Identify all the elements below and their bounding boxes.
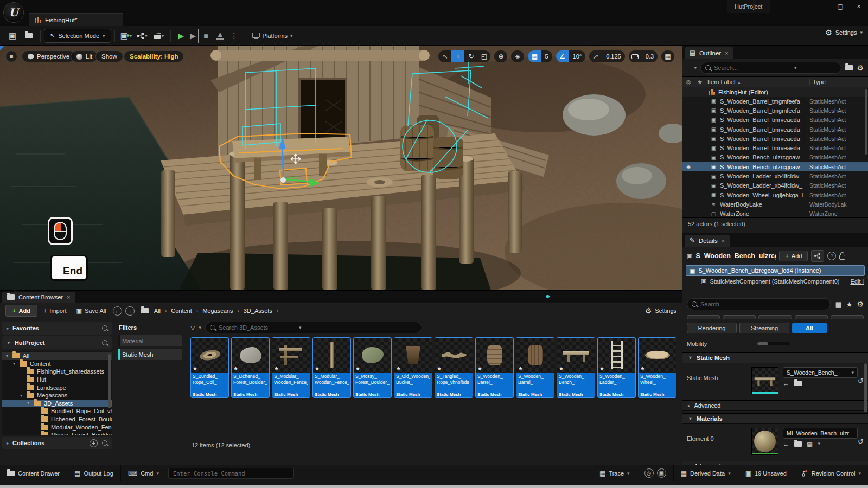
folder-tree-item[interactable]: Mossy_Forest_Boulder_wj	[2, 431, 112, 435]
asset-tile[interactable]: ★ S_Wooden_ Ladder_ Static Mesh	[597, 337, 636, 398]
close-icon[interactable]: ×	[67, 294, 70, 300]
asset-tile[interactable]: ★ S_Wooden_ Wheel_ Static Mesh	[638, 337, 676, 398]
rotation-snap-toggle[interactable]: ∠	[556, 50, 569, 62]
filter-chip[interactable]: Static Mesh	[118, 349, 182, 360]
add-actor-button[interactable]: ▣+▾	[118, 29, 135, 43]
breadcrumb-item[interactable]: Megascans	[202, 307, 233, 314]
project-section[interactable]: ▼ HutProject	[2, 336, 112, 349]
asset-tile[interactable]: ★ S_Tangled_ Rope_vhnofbds Static Mesh	[435, 337, 473, 398]
outliner-row[interactable]: ◉ ▣ S_Wooden_Ladder_xb4ifcldw_ StaticMes…	[682, 171, 868, 181]
outliner-filter-icon[interactable]: ≡	[687, 65, 690, 71]
tab-fishinghut[interactable]: FishingHut*	[29, 13, 123, 26]
perspective-dropdown[interactable]: Perspective	[22, 50, 75, 62]
editor-settings-dropdown[interactable]: ⚙ Settings ▾	[825, 28, 863, 37]
folder-tree-item[interactable]: Landscape	[2, 383, 112, 391]
platforms-dropdown[interactable]: Platforms ▾	[248, 33, 296, 39]
display-options-icon[interactable]: ▦	[835, 301, 841, 308]
category-chip[interactable]: Rendering	[687, 323, 737, 333]
outliner-row[interactable]: ◉ ▣ S_Wooden_Bench_ulzrcgoaw StaticMeshA…	[682, 153, 868, 162]
minimize-button[interactable]: –	[813, 0, 831, 13]
cmd-dropdown[interactable]: ⌨ Cmd ▾	[121, 465, 166, 481]
outliner-row[interactable]: ◉ ≈ WaterBodyLake WaterBodyLak	[682, 200, 868, 209]
back-button[interactable]: ←	[113, 306, 122, 316]
instance-row[interactable]: ▣ S_Wooden_Bench_ulzrcgoaw_lod4 (Instanc…	[686, 265, 865, 276]
static-mesh-dropdown[interactable]: S_Wooden_Bench_▾	[783, 367, 858, 378]
import-button[interactable]: ↓ Import	[41, 307, 70, 314]
category-chip[interactable]	[795, 315, 828, 319]
asset-tile[interactable]: ★ S_Old_Wooden_ Bucket_ Static Mesh	[394, 337, 432, 398]
unsaved-button[interactable]: ▣ 19 Unsaved	[738, 465, 794, 481]
folder-tree-item[interactable]: FishingHut_sharedassets	[2, 368, 112, 376]
details-settings-icon[interactable]: ⚙	[857, 300, 864, 309]
content-browser-icon[interactable]	[21, 29, 37, 43]
eye-icon[interactable]: ◉	[682, 164, 694, 170]
search-icon[interactable]	[102, 325, 107, 331]
grid-snap-value[interactable]: 5	[541, 53, 552, 60]
reset-property-icon[interactable]: ↺	[858, 438, 864, 446]
stop-button[interactable]: ■	[199, 29, 213, 43]
outliner-search[interactable]: ▾	[700, 62, 841, 74]
advanced-toggle-1[interactable]: ▸Advanced	[682, 400, 868, 411]
screen-percentage-icon[interactable]	[629, 50, 642, 62]
category-chip[interactable]	[687, 315, 720, 319]
camera-speed-icon[interactable]: ↗	[589, 50, 602, 62]
world-space-toggle[interactable]: ⊕	[494, 50, 507, 62]
texture-options-icon[interactable]: ▩	[807, 441, 813, 447]
asset-tile[interactable]: ★ S_Bundled_ Rope_Coil_ Static Mesh	[190, 337, 229, 398]
new-folder-icon[interactable]	[845, 65, 853, 70]
outliner-row[interactable]: ◉ ▣ S_Wooden_Ladder_xb4ifcldw_ StaticMes…	[682, 181, 868, 190]
frame-skip-button[interactable]: ▶	[188, 29, 199, 43]
asset-tile[interactable]: ★ S_Wooden_ Barrel_ Static Mesh	[516, 337, 554, 398]
use-selected-icon[interactable]: ←	[783, 380, 789, 387]
mobility-option[interactable]	[768, 342, 779, 345]
favorites-section[interactable]: ▸ Favorites	[2, 322, 112, 335]
lock-icon[interactable]	[839, 255, 845, 260]
menu-item[interactable]	[106, 0, 119, 13]
collections-section[interactable]: ▸ Collections +	[2, 437, 112, 449]
folder-tree-item[interactable]: Modular_Wooden_Fence_x	[2, 423, 112, 431]
tab-content-browser[interactable]: Content Browser ×	[2, 292, 75, 303]
eject-button[interactable]: ▲	[213, 29, 227, 43]
filter-funnel-icon[interactable]: ▽	[190, 325, 195, 331]
grid-snap-toggle[interactable]: ▦	[528, 50, 541, 62]
asset-tile[interactable]: ★ S_Modular_ Wooden_Fence_ Static Mesh	[312, 337, 351, 398]
add-collection-icon[interactable]: +	[90, 439, 98, 447]
asset-search[interactable]: ▾	[205, 322, 422, 333]
category-chip[interactable]: Streaming	[739, 323, 789, 333]
tab-details[interactable]: ✎ Details ×	[685, 235, 730, 247]
add-component-button[interactable]: +Add	[779, 251, 808, 261]
console-input[interactable]	[173, 470, 289, 477]
play-options-kebab[interactable]: ⋮	[227, 29, 241, 43]
folder-tree-item[interactable]: ▾ Megascans	[2, 391, 112, 400]
folder-tree-item[interactable]: ▾ All	[2, 352, 112, 360]
menu-item[interactable]	[119, 0, 132, 13]
output-log-button[interactable]: ▤ Output Log	[67, 465, 121, 481]
menu-item[interactable]	[93, 0, 106, 13]
menu-item[interactable]	[67, 0, 80, 13]
category-chip[interactable]	[831, 315, 864, 319]
scale-tool[interactable]: ◰	[477, 50, 490, 62]
tab-outliner[interactable]: ▤ Outliner ×	[685, 47, 733, 59]
tree-scrollbar[interactable]	[108, 354, 111, 408]
menu-item[interactable]	[28, 0, 41, 13]
category-chip-all[interactable]: All	[792, 323, 827, 333]
use-selected-icon[interactable]: ←	[783, 441, 789, 447]
category-chip[interactable]	[723, 315, 756, 319]
revision-control-dropdown[interactable]: Revision Control ▾	[794, 465, 868, 481]
category-chip[interactable]	[758, 315, 792, 319]
outliner-row[interactable]: ◉ ▣ S_Wooden_Bench_ulzrcgoaw StaticMeshA…	[682, 162, 868, 171]
expand-icon[interactable]: ▾	[11, 361, 17, 366]
asset-tile[interactable]: ★ S_Wooden_ Barrel_ Static Mesh	[475, 337, 514, 398]
blueprints-button[interactable]: ▾	[135, 29, 151, 43]
snapshot-icon[interactable]: ▣	[657, 468, 666, 478]
save-icon[interactable]: ▣	[4, 29, 21, 43]
breadcrumb-item[interactable]: All	[154, 307, 161, 314]
menu-item[interactable]	[41, 0, 54, 13]
expand-icon[interactable]: ▾	[18, 393, 24, 398]
derived-data-dropdown[interactable]: ▦ Derived Data ▾	[674, 465, 738, 481]
move-tool[interactable]: +	[451, 50, 464, 62]
trace-dropdown[interactable]: ▦ Trace ▾	[592, 465, 637, 481]
add-asset-button[interactable]: +Add	[5, 305, 37, 317]
details-search-input[interactable]	[700, 301, 777, 307]
save-all-button[interactable]: ▣ Save All	[73, 307, 110, 314]
